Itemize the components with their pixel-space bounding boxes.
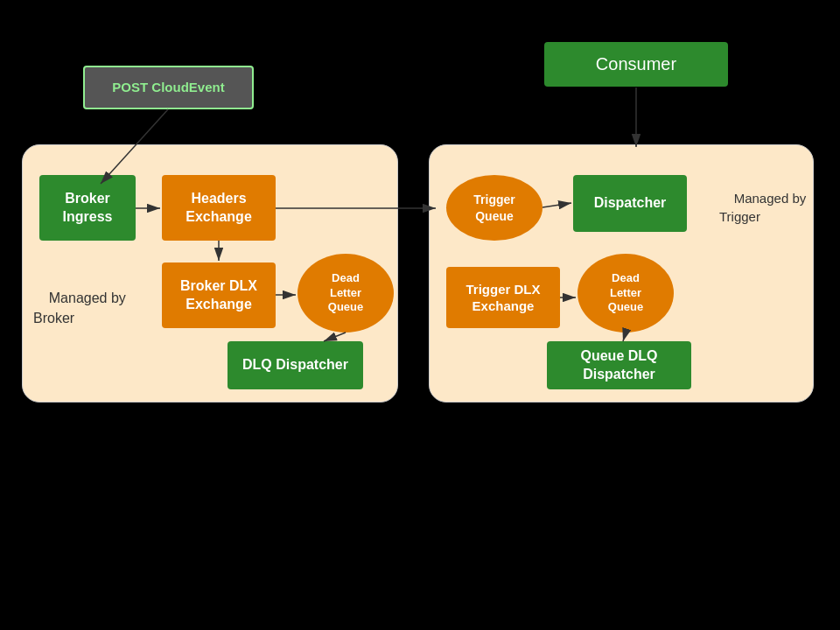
- dlq-dispatcher-label: DLQ Dispatcher: [242, 356, 348, 374]
- headers-exchange-label: Headers Exchange: [186, 190, 252, 227]
- trigger-dlx-exchange-box: Trigger DLX Exchange: [446, 267, 560, 328]
- queue-dlq-dispatcher-box: Queue DLQ Dispatcher: [547, 341, 691, 389]
- dead-letter-queue-left-label: Dead Letter Queue: [328, 271, 363, 316]
- broker-ingress-box: Broker Ingress: [39, 175, 136, 241]
- consumer-label: Consumer: [596, 54, 676, 74]
- trigger-queue-label: Trigger Queue: [473, 192, 514, 223]
- broker-dlx-exchange-box: Broker DLX Exchange: [162, 262, 276, 328]
- consumer-box: Consumer: [544, 42, 728, 87]
- broker-ingress-label: Broker Ingress: [63, 190, 113, 227]
- managed-by-trigger-label: Managed by Trigger: [719, 171, 806, 244]
- queue-dlq-dispatcher-label: Queue DLQ Dispatcher: [580, 347, 657, 384]
- broker-dlx-exchange-label: Broker DLX Exchange: [180, 277, 257, 314]
- post-cloud-event-label: POST CloudEvent: [112, 79, 224, 96]
- trigger-queue-ellipse: Trigger Queue: [446, 175, 542, 241]
- dispatcher-label: Dispatcher: [594, 194, 667, 213]
- dispatcher-box: Dispatcher: [573, 175, 687, 232]
- headers-exchange-box: Headers Exchange: [162, 175, 276, 241]
- post-cloud-event-button: POST CloudEvent: [83, 66, 254, 109]
- dead-letter-queue-right-ellipse: Dead Letter Queue: [578, 254, 674, 332]
- managed-by-broker-label: Managed by Broker: [33, 270, 126, 348]
- trigger-dlx-exchange-label: Trigger DLX Exchange: [466, 281, 540, 315]
- dead-letter-queue-right-label: Dead Letter Queue: [608, 271, 643, 316]
- dlq-dispatcher-box: DLQ Dispatcher: [228, 341, 363, 389]
- diagram-container: POST CloudEvent Consumer Managed by Brok…: [0, 0, 840, 630]
- dead-letter-queue-left-ellipse: Dead Letter Queue: [298, 254, 394, 332]
